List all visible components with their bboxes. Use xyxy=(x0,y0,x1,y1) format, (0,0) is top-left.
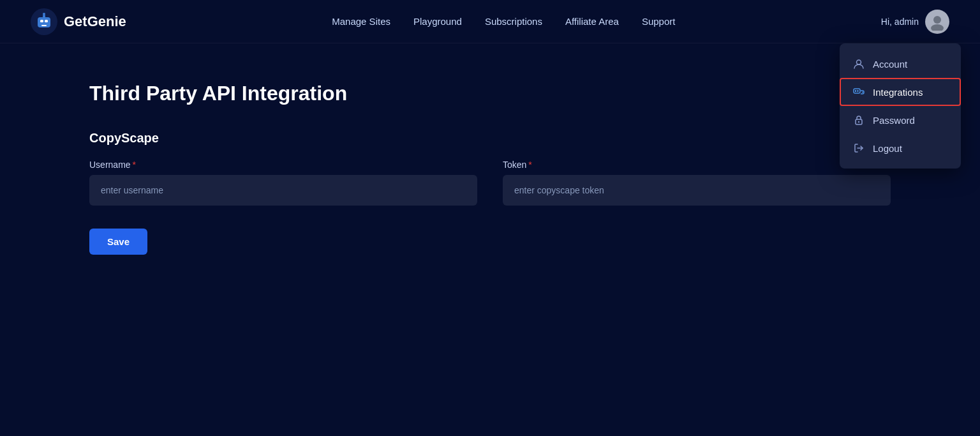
svg-rect-4 xyxy=(41,25,47,26)
token-input[interactable] xyxy=(503,175,891,206)
svg-rect-11 xyxy=(855,90,856,92)
svg-point-15 xyxy=(858,121,859,123)
username-label: Username* xyxy=(89,160,477,170)
form-row: Username* Token* xyxy=(89,160,891,206)
main-content: Third Party API Integration CopyScape Us… xyxy=(0,43,980,293)
svg-point-13 xyxy=(862,92,863,93)
lock-icon xyxy=(852,114,865,126)
dropdown-item-logout[interactable]: Logout xyxy=(840,134,961,162)
svg-rect-10 xyxy=(854,89,860,93)
page-title: Third Party API Integration xyxy=(89,82,891,105)
save-button[interactable]: Save xyxy=(89,229,147,255)
svg-point-6 xyxy=(43,13,45,15)
svg-point-8 xyxy=(931,24,944,31)
logo-text: GetGenie xyxy=(64,13,126,30)
dropdown-password-label: Password xyxy=(873,115,915,126)
dropdown-item-integrations[interactable]: Integrations xyxy=(840,78,961,106)
logout-icon xyxy=(852,142,865,154)
dropdown-item-account[interactable]: Account xyxy=(840,50,961,78)
dropdown-logout-label: Logout xyxy=(873,143,902,154)
dropdown-item-password[interactable]: Password xyxy=(840,106,961,134)
account-icon xyxy=(852,57,865,70)
nav-manage-sites[interactable]: Manage Sites xyxy=(332,16,390,27)
logo[interactable]: GetGenie xyxy=(31,8,126,35)
svg-point-9 xyxy=(857,60,861,64)
svg-point-7 xyxy=(933,16,941,24)
nav-playground[interactable]: Playground xyxy=(413,16,462,27)
dropdown-menu: Account Integrations Password xyxy=(840,43,961,169)
logo-icon xyxy=(31,8,57,35)
main-nav: Manage Sites Playground Subscriptions Af… xyxy=(332,16,675,27)
dropdown-integrations-label: Integrations xyxy=(873,87,923,98)
dropdown-account-label: Account xyxy=(873,59,907,70)
svg-rect-2 xyxy=(40,20,43,22)
svg-rect-12 xyxy=(858,90,859,92)
user-greeting: Hi, admin xyxy=(881,17,919,27)
svg-rect-3 xyxy=(45,20,48,22)
username-group: Username* xyxy=(89,160,477,206)
avatar xyxy=(925,10,949,34)
nav-affiliate-area[interactable]: Affiliate Area xyxy=(565,16,619,27)
nav-support[interactable]: Support xyxy=(642,16,676,27)
user-area[interactable]: Hi, admin xyxy=(881,10,949,34)
token-label: Token* xyxy=(503,160,891,170)
username-required-star: * xyxy=(133,160,136,170)
username-input[interactable] xyxy=(89,175,477,206)
integrations-icon xyxy=(852,86,865,98)
nav-subscriptions[interactable]: Subscriptions xyxy=(485,16,542,27)
token-group: Token* xyxy=(503,160,891,206)
section-title: CopyScape xyxy=(89,131,891,146)
token-required-star: * xyxy=(528,160,531,170)
